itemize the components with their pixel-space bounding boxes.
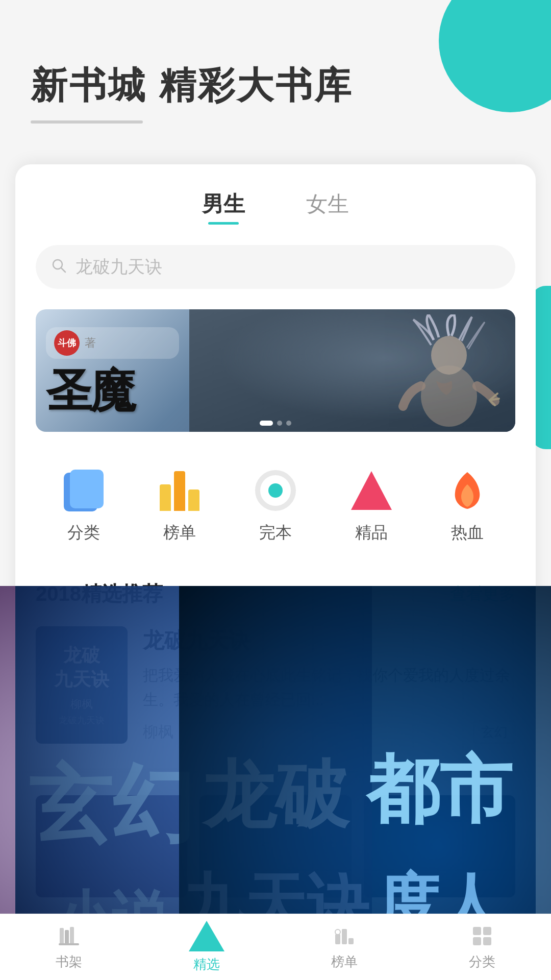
dot-2: [277, 421, 282, 426]
header: 新书城 精彩大书库: [0, 0, 551, 144]
nav-featured-label: 精选: [193, 955, 220, 973]
dot-3: [286, 421, 291, 426]
small-book-3-cover: 都市 度人: [364, 795, 515, 897]
featured-icon: [189, 921, 224, 951]
svg-rect-21: [473, 927, 481, 935]
warrior-illustration: [388, 314, 510, 427]
banner-dots: [260, 421, 291, 426]
nav-category-label: 分类: [469, 953, 495, 971]
nav-ranking-label: 榜单: [331, 953, 358, 971]
svg-rect-16: [59, 943, 79, 945]
category-icon: [469, 923, 495, 949]
svg-point-3: [431, 336, 467, 375]
svg-rect-15: [70, 927, 74, 944]
svg-rect-24: [483, 937, 491, 945]
nav-ranking[interactable]: 榜单: [276, 923, 413, 971]
title-underline: [31, 120, 143, 124]
tabs-row: 男生 女生: [36, 190, 515, 225]
nav-bookshelf[interactable]: 书架: [0, 923, 138, 971]
tab-male[interactable]: 男生: [202, 190, 245, 225]
bottom-nav: 书架 精选 榜单 分类: [0, 914, 551, 980]
bookshelf-icon: [56, 923, 82, 949]
svg-line-1: [61, 268, 65, 272]
svg-rect-17: [335, 934, 340, 944]
svg-rect-14: [65, 930, 69, 944]
dot-1: [260, 421, 273, 426]
tab-female[interactable]: 女生: [306, 190, 349, 225]
banner-content: 斗佛 著 圣魔: [36, 309, 515, 432]
search-placeholder: 龙破九天诀: [76, 255, 162, 279]
nav-featured[interactable]: 精选: [138, 921, 276, 973]
page-title: 新书城 精彩大书库: [31, 61, 520, 110]
banner-author: 斗佛 著: [46, 327, 179, 359]
author-badge: 斗佛: [54, 330, 80, 356]
svg-rect-22: [483, 927, 491, 935]
nav-category[interactable]: 分类: [413, 923, 551, 971]
small-book-3[interactable]: 都市 度人: [364, 795, 515, 897]
svg-text:度人: 度人: [377, 868, 504, 897]
svg-point-20: [335, 929, 340, 935]
search-icon: [51, 258, 67, 276]
search-bar[interactable]: 龙破九天诀: [36, 245, 515, 289]
main-card: 男生 女生 龙破九天诀 斗佛 著 圣魔: [15, 164, 536, 938]
banner[interactable]: 斗佛 著 圣魔: [36, 309, 515, 432]
banner-left: 斗佛 著 圣魔: [36, 309, 189, 432]
svg-text:都市: 都市: [365, 795, 513, 831]
ranking-icon: [332, 923, 357, 949]
banner-title: 圣魔: [46, 369, 179, 414]
svg-rect-23: [473, 937, 481, 945]
svg-rect-19: [348, 938, 354, 944]
nav-bookshelf-label: 书架: [56, 953, 82, 971]
banner-art: [189, 309, 515, 432]
svg-rect-13: [60, 928, 64, 944]
svg-rect-18: [342, 929, 347, 944]
books-grid: 玄幻 小说 龙破 九天诀: [36, 795, 515, 897]
